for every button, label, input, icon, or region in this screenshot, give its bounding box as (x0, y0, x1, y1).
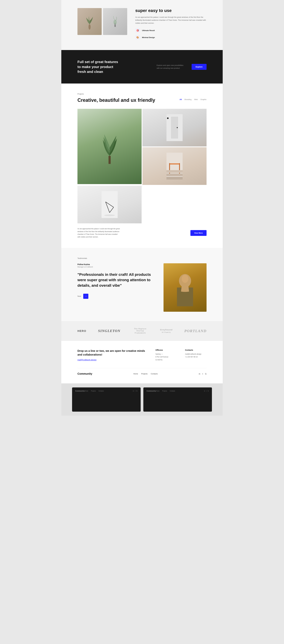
footer-brand: Community (78, 372, 92, 375)
preview-card-2-icon-tw: t (206, 390, 206, 392)
testimonials-label: Testimonials (78, 257, 206, 259)
footer-contact-section: Drop us a line or two, we are open for c… (61, 341, 223, 384)
svg-rect-9 (169, 164, 180, 164)
next-label: Next (78, 295, 81, 297)
banner-description: Explore and open new possibilities with … (157, 64, 186, 70)
preview-card-1-icons: in t G (133, 390, 138, 392)
social-twitter-icon[interactable]: t (202, 373, 203, 375)
testimonials-section: Testimonials Polina Kuzina Manager at Cr… (61, 248, 223, 321)
footer-link-home[interactable]: Home (134, 373, 138, 375)
preview-card-2: Community Home Projects Contacts in t G (143, 388, 212, 412)
feature-item-2: 🎨 Minimal Design (135, 35, 206, 40)
preview-card-2-brand: Community (146, 390, 156, 392)
view-more-button[interactable]: View More (190, 230, 206, 236)
footer-link-projects[interactable]: Projects (141, 373, 148, 375)
project-image-door (142, 109, 206, 146)
footer-link-contacts[interactable]: Contacts (151, 373, 158, 375)
footer-offices-col: Officess Sydney —6 Pie Cuff AvenueCA 907… (156, 349, 177, 362)
hero-bottom-section: super easy to use As we approached the p… (61, 0, 223, 50)
svg-point-19 (104, 214, 115, 216)
svg-point-2 (114, 20, 117, 24)
footer-nav: Community Home Projects Contacts in t G (78, 368, 206, 375)
footer-links: Home Projects Contacts (134, 373, 158, 375)
preview-card-1-icon-tw: t (135, 390, 135, 392)
filter-tab-web[interactable]: Web (194, 98, 198, 100)
feature-label-1: Ultimate Result (142, 30, 155, 32)
filter-tabs: All Branding Web Graphic (180, 97, 206, 100)
projects-section: Projects Creative, beautiful and ux frie… (61, 84, 223, 248)
footer-email[interactable]: mail@craftwork.design (78, 359, 96, 361)
svg-rect-12 (166, 170, 182, 173)
preview-card-1-row: Community Home Projects Contacts in t G (75, 390, 138, 392)
feature-icon-1: 🎯 (135, 28, 140, 33)
preview-cards-section: Community Home Projects Contacts in t G … (61, 384, 223, 416)
preview-card-2-icon-in: in (204, 390, 205, 392)
feature-label-2: Minimal Design (142, 36, 155, 38)
preview-card-2-icons: in t G (204, 390, 209, 392)
social-google-icon[interactable]: G (205, 373, 206, 375)
filter-tab-branding[interactable]: Branding (184, 98, 192, 100)
preview-card-2-nav-contacts: Contacts (170, 390, 175, 392)
social-linkedin-icon[interactable]: in (199, 373, 200, 375)
filter-tab-graphic[interactable]: Graphic (200, 98, 206, 100)
hero-content: super easy to use As we approached the p… (135, 8, 206, 42)
projects-section-label: Projects (78, 93, 206, 95)
svg-point-6 (177, 127, 178, 128)
filter-tab-all[interactable]: All (180, 98, 182, 100)
footer-left: Drop us a line or two, we are open for c… (78, 349, 148, 362)
author-name: Polina Kuzina (78, 263, 158, 266)
testimonial-nav: Next → (78, 294, 158, 299)
footer-contacts-text: mail@craftwork.design+1 234 567 89 10 (185, 353, 206, 358)
preview-card-1-nav-home: Home (85, 390, 88, 392)
footer-offices-title: Officess (156, 349, 177, 351)
banner-title: Full set of great features to make your … (78, 60, 120, 74)
preview-card-2-nav: Home Projects Contacts (156, 390, 175, 392)
logos-section: HERO Singleton The Rapture Startup Frame… (61, 321, 223, 341)
project-image-plant (78, 109, 142, 185)
footer-contacts-col: Contacts mail@craftwork.design+1 234 567… (185, 349, 206, 362)
testimonial-left: Polina Kuzina Manager at Craftwork "Prof… (78, 263, 158, 299)
preview-card-1-nav: Home Projects Contacts (85, 390, 104, 392)
svg-point-7 (167, 118, 168, 119)
testimonial-photo (164, 263, 206, 312)
svg-point-22 (182, 275, 188, 283)
footer-contacts-title: Contacts (185, 349, 206, 351)
preview-card-2-icon-g: G (208, 390, 209, 392)
svg-point-0 (88, 24, 91, 30)
logo-portland: Portland (184, 329, 206, 333)
project-grid (78, 109, 206, 223)
testimonial-quote: "Professionals in their craft! All produ… (78, 272, 158, 288)
footer-offices-text: Sydney —6 Pie Cuff AvenueCA 90731 (156, 353, 177, 362)
svg-rect-14 (166, 177, 182, 180)
explore-button[interactable]: Explore (192, 64, 206, 70)
project-image-stairs (142, 147, 206, 185)
footer-tagline: Drop us a line or two, we are open for c… (78, 349, 148, 356)
preview-card-2-nav-projects: Projects (162, 390, 167, 392)
projects-header: Creative, beautiful and ux friendly All … (78, 97, 206, 104)
feature-icon-2: 🎨 (135, 35, 140, 40)
preview-card-1-nav-contacts: Contacts (98, 390, 104, 392)
logo-singleton: Singleton (98, 329, 120, 333)
author-title: Manager at Craftwork (78, 266, 158, 268)
hero-image-2 (103, 8, 127, 35)
projects-footer: As we approached the palace I could see … (78, 228, 206, 238)
hero-images (78, 8, 127, 35)
next-button[interactable]: → (83, 294, 88, 299)
logo-hero: HERO (78, 330, 86, 332)
feature-item-1: 🎯 Ultimate Result (135, 28, 206, 33)
preview-card-2-row: Community Home Projects Contacts in t G (146, 390, 209, 392)
footer-content: Drop us a line or two, we are open for c… (78, 349, 206, 362)
svg-rect-3 (108, 156, 111, 164)
preview-card-1: Community Home Projects Contacts in t G (72, 388, 141, 412)
testimonial-content: Polina Kuzina Manager at Craftwork "Prof… (78, 263, 206, 312)
projects-title: Creative, beautiful and ux friendly (78, 97, 155, 104)
banner-section: Full set of great features to make your … (61, 50, 223, 84)
projects-description: As we approached the palace I could see … (78, 228, 120, 238)
preview-card-1-icon-g: G (136, 390, 138, 392)
banner-right: Explore and open new possibilities with … (157, 64, 206, 70)
hero-title: super easy to use (135, 8, 206, 13)
preview-card-1-nav-projects: Projects (91, 390, 96, 392)
preview-card-1-icon-in: in (133, 390, 134, 392)
hero-description: As we approached the palace I could see … (135, 16, 206, 24)
svg-rect-13 (166, 174, 182, 176)
